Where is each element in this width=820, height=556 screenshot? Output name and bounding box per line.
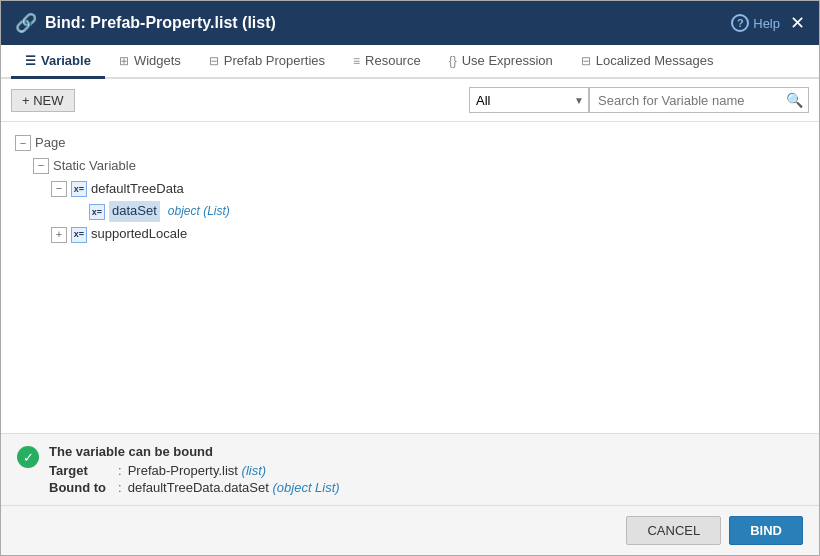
- tab-variable[interactable]: ☰ Variable: [11, 45, 105, 79]
- help-circle-icon: ?: [731, 14, 749, 32]
- dataset-label: dataSet: [109, 201, 160, 222]
- bound-to-value: defaultTreeData.dataSet (object List): [128, 480, 340, 495]
- tab-widgets[interactable]: ⊞ Widgets: [105, 45, 195, 79]
- tab-widgets-icon: ⊞: [119, 54, 129, 68]
- help-label: Help: [753, 16, 780, 31]
- tab-localized-icon: ⊟: [581, 54, 591, 68]
- bound-to-sep: :: [112, 480, 128, 495]
- target-sep: :: [112, 463, 128, 478]
- tab-localized-messages[interactable]: ⊟ Localized Messages: [567, 45, 728, 79]
- tab-resource-icon: ≡: [353, 54, 360, 68]
- tab-widgets-label: Widgets: [134, 53, 181, 68]
- var-icon-supported-locale: x=: [71, 227, 87, 243]
- tab-use-expression-label: Use Expression: [462, 53, 553, 68]
- content-area: Page Static Variable x= defaultTreeData: [1, 122, 819, 433]
- static-variable-children: x= defaultTreeData x= dataSet object (Li…: [33, 178, 805, 246]
- title-bar-left: 🔗 Bind: Prefab-Property.list (list): [15, 12, 276, 34]
- title-bar: 🔗 Bind: Prefab-Property.list (list) ? He…: [1, 1, 819, 45]
- search-wrap: 🔍: [589, 87, 809, 113]
- target-value: Prefab-Property.list (list): [128, 463, 340, 478]
- bind-button[interactable]: BIND: [729, 516, 803, 545]
- tree-node-supported-locale[interactable]: x= supportedLocale: [51, 223, 805, 246]
- bind-dialog: 🔗 Bind: Prefab-Property.list (list) ? He…: [0, 0, 820, 556]
- status-check: ✓ The variable can be bound Target : Pre…: [17, 444, 803, 495]
- tree-node-dataset[interactable]: x= dataSet object (List): [69, 200, 805, 223]
- toolbar: + NEW All String Number Boolean List Obj…: [1, 79, 819, 122]
- var-icon-default-tree-data: x=: [71, 181, 87, 197]
- tab-prefab-icon: ⊟: [209, 54, 219, 68]
- tab-prefab-label: Prefab Properties: [224, 53, 325, 68]
- expand-static-variable[interactable]: [33, 158, 49, 174]
- footer: CANCEL BIND: [1, 505, 819, 555]
- dialog-title: Bind: Prefab-Property.list (list): [45, 14, 276, 32]
- filter-select-wrap: All String Number Boolean List Object ▼: [469, 87, 589, 113]
- help-button[interactable]: ? Help: [731, 14, 780, 32]
- static-variable-label: Static Variable: [53, 156, 136, 177]
- cancel-button[interactable]: CANCEL: [626, 516, 721, 545]
- status-bar: ✓ The variable can be bound Target : Pre…: [1, 433, 819, 505]
- bound-to-value-text: defaultTreeData.dataSet: [128, 480, 269, 495]
- target-type: (list): [242, 463, 267, 478]
- search-input[interactable]: [589, 87, 809, 113]
- expand-supported-locale[interactable]: [51, 227, 67, 243]
- tree: Page Static Variable x= defaultTreeData: [15, 132, 805, 246]
- link-icon: 🔗: [15, 12, 37, 34]
- tab-resource-label: Resource: [365, 53, 421, 68]
- tab-prefab-properties[interactable]: ⊟ Prefab Properties: [195, 45, 339, 79]
- page-label: Page: [35, 133, 65, 154]
- supported-locale-label: supportedLocale: [91, 224, 187, 245]
- tree-node-default-tree-data[interactable]: x= defaultTreeData: [51, 178, 805, 201]
- bound-to-key: Bound to: [49, 480, 112, 495]
- default-tree-data-label: defaultTreeData: [91, 179, 184, 200]
- title-bar-right: ? Help ✕: [731, 14, 805, 32]
- status-details: Target : Prefab-Property.list (list) Bou…: [49, 463, 340, 495]
- tab-resource[interactable]: ≡ Resource: [339, 45, 435, 79]
- target-key: Target: [49, 463, 112, 478]
- status-message: The variable can be bound: [49, 444, 340, 459]
- tab-variable-icon: ☰: [25, 54, 36, 68]
- tree-node-page[interactable]: Page: [15, 132, 805, 155]
- filter-select[interactable]: All String Number Boolean List Object: [469, 87, 589, 113]
- var-icon-dataset: x=: [89, 204, 105, 220]
- status-details-wrap: The variable can be bound Target : Prefa…: [49, 444, 340, 495]
- dataset-type: object (List): [168, 202, 230, 221]
- bound-to-type: (object List): [272, 480, 339, 495]
- check-icon: ✓: [17, 446, 39, 468]
- expand-default-tree-data[interactable]: [51, 181, 67, 197]
- tab-use-expression[interactable]: {} Use Expression: [435, 45, 567, 79]
- page-children: Static Variable x= defaultTreeData x=: [15, 155, 805, 246]
- default-tree-data-children: x= dataSet object (List): [51, 200, 805, 223]
- close-button[interactable]: ✕: [790, 14, 805, 32]
- tab-localized-label: Localized Messages: [596, 53, 714, 68]
- tree-node-static-variable[interactable]: Static Variable: [33, 155, 805, 178]
- tabs-bar: ☰ Variable ⊞ Widgets ⊟ Prefab Properties…: [1, 45, 819, 79]
- target-value-text: Prefab-Property.list: [128, 463, 238, 478]
- expand-page[interactable]: [15, 135, 31, 151]
- tab-variable-label: Variable: [41, 53, 91, 68]
- new-button[interactable]: + NEW: [11, 89, 75, 112]
- tab-expression-icon: {}: [449, 54, 457, 68]
